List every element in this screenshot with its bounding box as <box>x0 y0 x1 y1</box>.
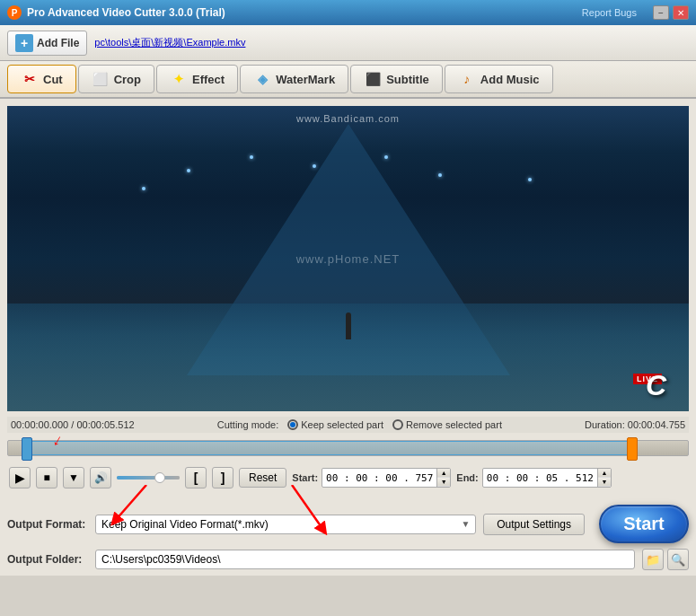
app-title: Pro Advanced Video Cutter 3.0.0 (Trial) <box>27 6 225 19</box>
end-time-box[interactable]: 00 : 00 : 05 . 512 ▲ ▼ <box>482 468 612 488</box>
reset-button[interactable]: Reset <box>239 468 286 488</box>
crop-icon: ⬜ <box>92 70 110 88</box>
start-time-group: Start: 00 : 00 : 00 . 757 ▲ ▼ <box>292 468 451 488</box>
light-4 <box>438 173 442 177</box>
light-2 <box>313 164 316 168</box>
mark-out-button[interactable]: ] <box>212 467 233 488</box>
timeline-selection <box>22 441 633 455</box>
live-c-logo: C <box>646 369 666 402</box>
report-bugs-link[interactable]: Report Bugs <box>582 7 637 18</box>
video-frame: www.Bandicam.com www.pHome.NET LIVE C <box>7 106 689 411</box>
status-bar: 00:00:00.000 / 00:00:05.512 Cutting mode… <box>7 417 689 433</box>
performer-silhouette <box>346 312 351 339</box>
start-time-value[interactable]: 00 : 00 : 00 . 757 <box>322 469 436 487</box>
start-spin-down[interactable]: ▼ <box>437 478 450 487</box>
keep-selected-radio[interactable]: Keep selected part <box>287 419 383 430</box>
volume-track <box>117 476 180 480</box>
window-controls: − ✕ <box>653 5 689 20</box>
add-file-label: Add File <box>37 37 79 49</box>
minimize-button[interactable]: − <box>653 5 669 20</box>
tab-subtitle[interactable]: ⬛ Subtitle <box>350 65 443 93</box>
duration-info: Duration: 00:00:04.755 <box>585 419 685 430</box>
output-format-label: Output Format: <box>7 518 88 531</box>
keep-selected-label: Keep selected part <box>301 419 383 430</box>
end-spin-up[interactable]: ▲ <box>598 469 611 478</box>
start-button[interactable]: Start <box>599 505 689 543</box>
remove-selected-circle <box>392 419 403 430</box>
light-5 <box>187 169 190 172</box>
tab-effect[interactable]: ✦ Effect <box>156 65 238 93</box>
end-spin-down[interactable]: ▼ <box>598 478 611 487</box>
output-folder-label: Output Folder: <box>7 553 88 566</box>
timeline[interactable] <box>7 440 689 456</box>
cutting-mode-label: Cutting mode: <box>217 419 278 430</box>
keep-selected-circle <box>287 419 298 430</box>
end-time-label: End: <box>456 472 478 483</box>
end-time-group: End: 00 : 00 : 05 . 512 ▲ ▼ <box>456 468 612 488</box>
light-6 <box>528 178 532 181</box>
stop-button[interactable]: ■ <box>36 467 57 488</box>
end-time-spinner: ▲ ▼ <box>597 469 611 487</box>
addmusic-icon: ♪ <box>458 70 476 88</box>
video-player[interactable]: www.Bandicam.com www.pHome.NET LIVE C <box>7 106 689 411</box>
output-section: Output Format: Keep Original Video Forma… <box>0 499 696 576</box>
subtitle-icon: ⬛ <box>364 70 382 88</box>
light-3 <box>384 155 388 159</box>
tab-effect-label: Effect <box>192 73 225 86</box>
output-folder-row: Output Folder: C:\Users\pc0359\Videos\ 📁… <box>7 549 689 570</box>
play-button[interactable]: ▶ <box>9 467 31 488</box>
remove-selected-label: Remove selected part <box>406 419 502 430</box>
cut-icon: ✂ <box>21 70 39 88</box>
dropdown-arrow-icon: ▼ <box>461 519 470 529</box>
start-time-spinner: ▲ ▼ <box>436 469 450 487</box>
tab-watermark-label: WaterMark <box>276 73 335 86</box>
toolbar: ✂ Cut ⬜ Crop ✦ Effect ◈ WaterMark ⬛ Subt… <box>0 61 696 99</box>
add-file-button[interactable]: + Add File <box>7 31 87 56</box>
start-spin-up[interactable]: ▲ <box>437 469 450 478</box>
output-format-select[interactable]: Keep Original Video Format(*.mkv) ▼ <box>95 515 476 534</box>
output-folder-value: C:\Users\pc0359\Videos\ <box>101 553 221 566</box>
folder-icon-group: 📁 🔍 <box>642 549 689 570</box>
search-folder-button[interactable]: 🔍 <box>667 549 689 570</box>
volume-button[interactable]: 🔊 <box>90 467 111 488</box>
close-button[interactable]: ✕ <box>673 5 689 20</box>
video-watermark-top: www.Bandicam.com <box>296 113 400 124</box>
watermark-icon: ◈ <box>253 70 271 88</box>
tab-addmusic[interactable]: ♪ Add Music <box>445 65 553 93</box>
file-path[interactable]: pc\tools\桌面\新视频\Example.mkv <box>94 36 245 49</box>
output-settings-button[interactable]: Output Settings <box>483 514 585 535</box>
header-bar: + Add File pc\tools\桌面\新视频\Example.mkv <box>0 25 696 61</box>
timeline-start-handle[interactable] <box>22 437 32 461</box>
volume-thumb <box>154 472 165 483</box>
output-folder-input[interactable]: C:\Users\pc0359\Videos\ <box>95 550 635 569</box>
title-bar: P Pro Advanced Video Cutter 3.0.0 (Trial… <box>0 0 696 25</box>
remove-selected-radio[interactable]: Remove selected part <box>392 419 502 430</box>
timeline-end-handle[interactable] <box>627 437 638 461</box>
output-format-row: Output Format: Keep Original Video Forma… <box>7 505 689 543</box>
duration-label: Duration: <box>585 419 625 430</box>
start-time-box[interactable]: 00 : 00 : 00 . 757 ▲ ▼ <box>322 468 451 488</box>
volume-slider[interactable] <box>117 476 180 480</box>
app-icon: P <box>7 5 22 20</box>
arrow-annotation-1: ▼ ↓ <box>63 467 84 488</box>
end-time-value[interactable]: 00 : 00 : 05 . 512 <box>483 469 597 487</box>
effect-icon: ✦ <box>170 70 188 88</box>
time-position: 00:00:00.000 / 00:00:05.512 <box>11 419 135 430</box>
mark-in-button[interactable]: [ <box>185 467 207 488</box>
browse-folder-button[interactable]: 📁 <box>642 549 664 570</box>
title-bar-left: P Pro Advanced Video Cutter 3.0.0 (Trial… <box>7 5 225 20</box>
start-time-label: Start: <box>292 472 318 483</box>
tab-cut-label: Cut <box>43 73 63 86</box>
tab-crop[interactable]: ⬜ Crop <box>78 65 154 93</box>
tab-cut[interactable]: ✂ Cut <box>7 65 76 93</box>
tab-crop-label: Crop <box>114 73 141 86</box>
output-format-value: Keep Original Video Format(*.mkv) <box>101 518 269 531</box>
step-back-button[interactable]: ▼ <box>63 467 84 488</box>
light-1 <box>250 155 253 159</box>
add-file-icon: + <box>15 34 33 52</box>
duration-value: 00:00:04.755 <box>628 419 685 430</box>
main-content: www.Bandicam.com www.pHome.NET LIVE C 00… <box>0 99 696 499</box>
controls-bar: ▶ ■ ▼ ↓ 🔊 [ ] Reset Start: 00 : 00 : 00 … <box>7 463 689 492</box>
tab-watermark[interactable]: ◈ WaterMark <box>240 65 348 93</box>
tab-subtitle-label: Subtitle <box>386 73 429 86</box>
